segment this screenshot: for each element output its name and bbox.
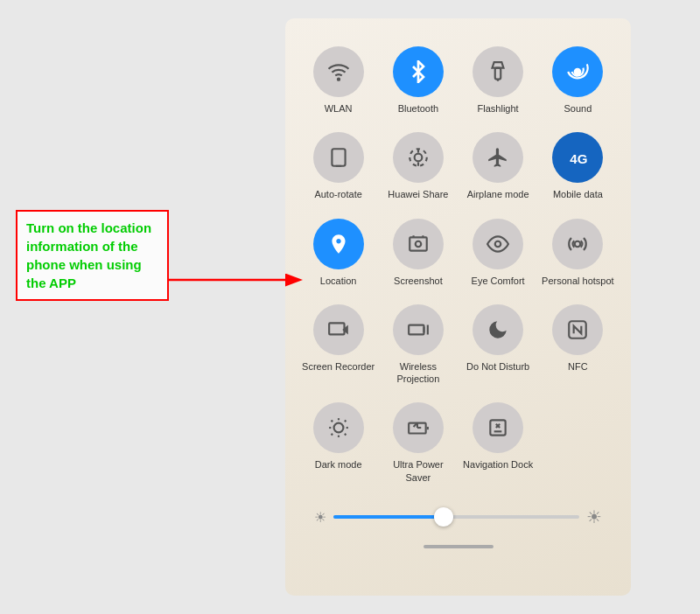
dark-mode-icon-circle <box>313 402 364 453</box>
tile-sound[interactable]: Sound <box>538 36 618 122</box>
brightness-track[interactable] <box>333 515 579 519</box>
tile-mobile-data[interactable]: 4G Mobile data <box>538 122 618 207</box>
dark-mode-label: Dark mode <box>315 458 362 471</box>
brightness-bar[interactable]: ☀ ☀ <box>294 498 622 536</box>
do-not-disturb-label: Do Not Disturb <box>466 360 529 373</box>
auto-rotate-icon-circle <box>313 132 364 183</box>
home-indicator[interactable] <box>424 545 494 548</box>
page-background: Turn on the location information of the … <box>0 0 700 614</box>
brightness-fill <box>333 515 444 519</box>
personal-hotspot-label: Personal hotspot <box>542 275 614 287</box>
mobile-data-label: Mobile data <box>553 188 603 200</box>
flashlight-label: Flashlight <box>478 102 519 115</box>
tile-wireless-projection[interactable]: Wireless Projection <box>378 294 458 393</box>
huawei-share-icon-circle <box>393 132 444 183</box>
svg-text:4G: 4G <box>570 151 588 166</box>
svg-rect-3 <box>495 68 501 80</box>
tile-ultra-power-saver[interactable]: Ultra Power Saver <box>378 392 458 491</box>
auto-rotate-label: Auto-rotate <box>314 188 361 200</box>
wireless-projection-icon-circle <box>393 304 444 355</box>
sound-icon-circle <box>552 46 603 97</box>
tile-eye-comfort[interactable]: Eye Comfort <box>458 208 538 294</box>
sun-icon-large: ☀ <box>586 506 602 527</box>
svg-point-16 <box>495 241 501 247</box>
eye-comfort-icon-circle <box>472 219 523 269</box>
tile-screenshot[interactable]: Screenshot <box>378 208 458 294</box>
tile-auto-rotate[interactable]: Auto-rotate <box>298 122 378 207</box>
svg-point-13 <box>416 241 422 247</box>
svg-point-17 <box>575 241 581 247</box>
ultra-power-saver-label: Ultra Power Saver <box>382 458 454 484</box>
svg-line-26 <box>345 434 346 436</box>
phone-panel: WLAN Bluetooth Flashli <box>285 18 631 596</box>
svg-point-2 <box>338 79 340 80</box>
svg-line-29 <box>331 434 332 436</box>
tiles-row-2: Auto-rotate Huawei Share <box>294 122 622 207</box>
empty-tile <box>538 392 618 491</box>
svg-point-7 <box>415 154 423 162</box>
personal-hotspot-icon-circle <box>552 219 603 269</box>
tile-dark-mode[interactable]: Dark mode <box>298 392 378 491</box>
svg-rect-6 <box>332 150 345 167</box>
tile-screen-recorder[interactable]: Screen Recorder <box>298 294 378 393</box>
svg-rect-20 <box>409 324 424 334</box>
svg-rect-12 <box>410 237 427 250</box>
nfc-label: NFC <box>568 360 588 373</box>
huawei-share-label: Huawei Share <box>388 188 448 200</box>
screen-recorder-icon-circle <box>313 304 364 355</box>
flashlight-icon-circle <box>472 46 523 97</box>
tiles-row-4: Screen Recorder Wireless Projection <box>294 294 622 393</box>
tile-bluetooth[interactable]: Bluetooth <box>378 36 458 122</box>
tile-nfc[interactable]: NFC <box>538 294 618 393</box>
do-not-disturb-icon-circle <box>472 304 523 355</box>
annotation-arrow <box>169 254 309 306</box>
annotation-text: Turn on the location information of the … <box>26 220 151 290</box>
screenshot-label: Screenshot <box>394 275 443 287</box>
svg-line-25 <box>331 421 332 422</box>
wlan-label: WLAN <box>325 102 353 115</box>
sun-icon-small: ☀ <box>314 509 326 526</box>
tile-location[interactable]: Location <box>298 208 378 294</box>
airplane-mode-label: Airplane mode <box>467 188 529 200</box>
screenshot-icon-circle <box>393 219 444 269</box>
bluetooth-label: Bluetooth <box>398 102 438 115</box>
bluetooth-icon-circle <box>393 46 444 97</box>
svg-marker-19 <box>342 324 348 334</box>
tiles-row-5: Dark mode Ultra Power Saver <box>294 392 622 491</box>
tile-wlan[interactable]: WLAN <box>298 36 378 122</box>
location-icon-circle <box>313 219 364 269</box>
screen-recorder-label: Screen Recorder <box>302 360 374 373</box>
tile-flashlight[interactable]: Flashlight <box>458 36 538 122</box>
wireless-projection-label: Wireless Projection <box>382 360 454 386</box>
svg-line-30 <box>345 421 346 422</box>
svg-point-5 <box>575 69 581 75</box>
ultra-power-saver-icon-circle <box>393 402 444 453</box>
svg-point-22 <box>333 423 343 433</box>
svg-rect-35 <box>490 421 505 436</box>
eye-comfort-label: Eye Comfort <box>472 275 525 287</box>
tile-personal-hotspot[interactable]: Personal hotspot <box>538 208 618 294</box>
tiles-row-1: WLAN Bluetooth Flashli <box>294 36 622 122</box>
navigation-dock-icon-circle <box>472 402 523 453</box>
tile-do-not-disturb[interactable]: Do Not Disturb <box>458 294 538 393</box>
brightness-thumb[interactable] <box>434 507 453 527</box>
airplane-mode-icon-circle <box>472 132 523 183</box>
location-label: Location <box>320 275 357 287</box>
tile-huawei-share[interactable]: Huawei Share <box>378 122 458 207</box>
tiles-row-3: Location Screenshot <box>294 208 622 294</box>
annotation-box: Turn on the location information of the … <box>16 210 169 301</box>
mobile-data-icon-circle: 4G <box>552 132 603 183</box>
svg-rect-18 <box>329 323 344 334</box>
nfc-icon-circle <box>552 304 603 355</box>
tile-airplane-mode[interactable]: Airplane mode <box>458 122 538 207</box>
tile-navigation-dock[interactable]: Navigation Dock <box>458 392 538 491</box>
sound-label: Sound <box>564 102 592 115</box>
wlan-icon-circle <box>313 46 364 97</box>
navigation-dock-label: Navigation Dock <box>463 458 533 471</box>
